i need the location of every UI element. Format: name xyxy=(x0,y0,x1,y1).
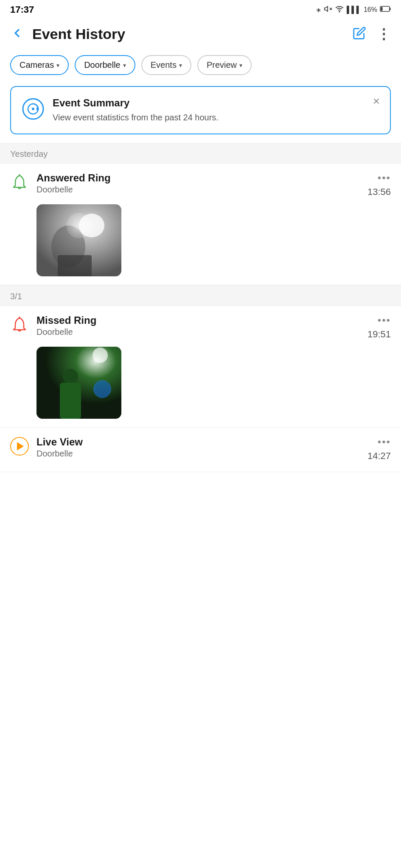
close-button[interactable]: × xyxy=(373,95,380,107)
chevron-down-icon: ▾ xyxy=(123,62,126,69)
svg-rect-20 xyxy=(60,383,81,419)
filter-cameras[interactable]: Cameras ▾ xyxy=(10,55,69,75)
battery-text: 16% xyxy=(364,6,377,14)
section-3-1: 3/1 xyxy=(0,285,401,306)
live-view-icon xyxy=(10,437,29,456)
event-time-live: 14:27 xyxy=(367,451,391,462)
section-yesterday-label: Yesterday xyxy=(10,149,48,159)
header-actions: ⋮ xyxy=(353,25,391,42)
missed-bell-icon xyxy=(10,315,29,334)
answered-bell-icon xyxy=(10,173,29,192)
status-bar: 17:37 ∗ ▌▌▌ 16% xyxy=(0,0,401,19)
svg-point-19 xyxy=(63,369,78,384)
header: Event History ⋮ xyxy=(0,19,401,51)
section-3-1-label: 3/1 xyxy=(10,292,22,301)
event-item-left-live: Live View Doorbelle xyxy=(10,436,83,459)
summary-text: Event Summary View event statistics from… xyxy=(53,97,219,123)
header-left: Event History xyxy=(10,26,125,42)
summary-description: View event statistics from the past 24 h… xyxy=(53,111,219,123)
edit-button[interactable] xyxy=(353,26,366,42)
event-more-button[interactable]: ••• xyxy=(378,172,391,184)
status-icons: ∗ ▌▌▌ 16% xyxy=(316,5,391,15)
section-yesterday: Yesterday xyxy=(0,143,401,164)
svg-rect-15 xyxy=(58,255,92,276)
mute-icon xyxy=(324,5,332,15)
event-item-header: Answered Ring Doorbelle ••• 13:56 xyxy=(10,172,391,198)
signal-icon: ▌▌▌ xyxy=(347,6,361,14)
svg-point-21 xyxy=(94,381,111,398)
event-item-right-live: ••• 14:27 xyxy=(367,436,391,462)
summary-card-content: Event Summary View event statistics from… xyxy=(21,97,219,123)
back-button[interactable] xyxy=(10,26,24,42)
event-thumbnail-answered[interactable] xyxy=(36,204,121,276)
filter-events-label: Events xyxy=(151,60,177,70)
filter-doorbelle-label: Doorbelle xyxy=(84,60,121,70)
summary-title: Event Summary xyxy=(53,97,219,109)
svg-point-13 xyxy=(79,214,104,237)
event-item-answered-ring: Answered Ring Doorbelle ••• 13:56 xyxy=(0,164,401,285)
bluetooth-icon: ∗ xyxy=(316,6,321,14)
chevron-down-icon: ▾ xyxy=(179,62,182,69)
status-time: 17:37 xyxy=(10,4,34,15)
filter-preview-label: Preview xyxy=(207,60,237,70)
event-item-left-missed: Missed Ring Doorbelle xyxy=(10,314,96,337)
event-item-header-live: Live View Doorbelle ••• 14:27 xyxy=(10,436,391,462)
event-item-right-missed: ••• 19:51 xyxy=(367,314,391,340)
play-circle-icon xyxy=(10,437,29,456)
event-info-live: Live View Doorbelle xyxy=(36,436,83,459)
svg-rect-6 xyxy=(381,7,383,11)
event-title-answered: Answered Ring xyxy=(36,172,111,184)
filter-events[interactable]: Events ▾ xyxy=(141,55,191,75)
event-more-button-missed[interactable]: ••• xyxy=(378,314,391,326)
svg-point-3 xyxy=(339,11,340,12)
event-summary-card[interactable]: Event Summary View event statistics from… xyxy=(10,86,391,134)
play-triangle-icon xyxy=(17,442,24,451)
svg-rect-5 xyxy=(390,8,391,10)
event-item-header-missed: Missed Ring Doorbelle ••• 19:51 xyxy=(10,314,391,340)
event-device-answered: Doorbelle xyxy=(36,185,111,195)
svg-point-10 xyxy=(32,108,34,110)
chevron-down-icon: ▾ xyxy=(56,62,59,69)
svg-point-18 xyxy=(93,348,108,363)
event-title-live: Live View xyxy=(36,436,83,448)
page-title: Event History xyxy=(32,26,125,42)
event-device-live: Doorbelle xyxy=(36,449,83,459)
event-item-missed-ring: Missed Ring Doorbelle ••• 19:51 xyxy=(0,306,401,428)
more-options-button[interactable]: ⋮ xyxy=(376,25,391,42)
event-title-missed: Missed Ring xyxy=(36,314,96,326)
event-summary-icon xyxy=(21,97,45,121)
wifi-icon xyxy=(335,5,344,15)
thumbnail-image xyxy=(36,204,121,276)
filter-doorbelle[interactable]: Doorbelle ▾ xyxy=(75,55,135,75)
event-more-button-live[interactable]: ••• xyxy=(378,436,391,448)
event-device-missed: Doorbelle xyxy=(36,327,96,337)
event-info-missed: Missed Ring Doorbelle xyxy=(36,314,96,337)
filter-bar: Cameras ▾ Doorbelle ▾ Events ▾ Preview ▾ xyxy=(0,51,401,82)
event-thumbnail-missed[interactable] xyxy=(36,347,121,419)
thumbnail-image-missed xyxy=(36,347,121,419)
filter-preview[interactable]: Preview ▾ xyxy=(197,55,252,75)
event-item-live-view: Live View Doorbelle ••• 14:27 xyxy=(0,428,401,472)
event-item-left: Answered Ring Doorbelle xyxy=(10,172,111,195)
event-info: Answered Ring Doorbelle xyxy=(36,172,111,195)
filter-cameras-label: Cameras xyxy=(20,60,54,70)
event-time-missed: 19:51 xyxy=(367,329,391,340)
svg-marker-0 xyxy=(325,6,328,11)
event-time-answered: 13:56 xyxy=(367,186,391,198)
event-item-right: ••• 13:56 xyxy=(367,172,391,198)
chevron-down-icon: ▾ xyxy=(239,62,242,69)
battery-icon xyxy=(380,6,391,14)
